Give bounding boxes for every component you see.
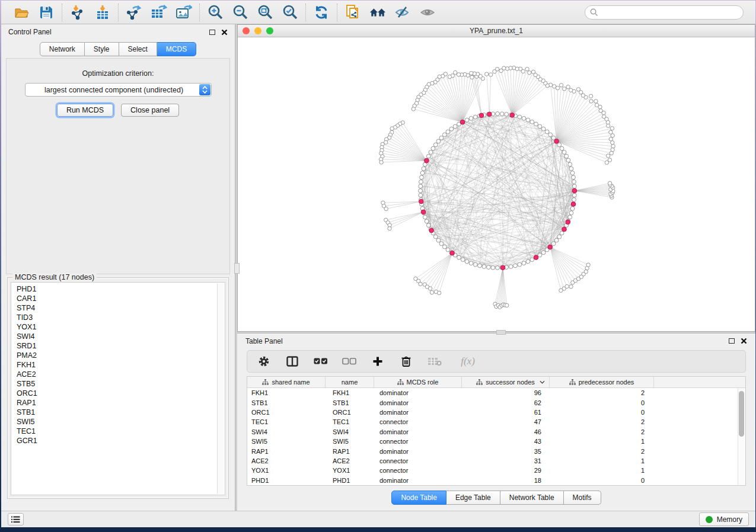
mcds-result-item[interactable]: SWI4 [17,332,225,341]
mcds-result-item[interactable]: FKH1 [17,360,225,370]
table-row-TEC1[interactable]: TEC1TEC1connector472 [247,417,738,427]
new-network-from-selection-button[interactable] [344,4,361,21]
select-all-button[interactable] [314,354,328,368]
column-header-shared-name[interactable]: shared name [247,377,326,387]
vertical-splitter-handle[interactable] [234,263,240,274]
zoom-selected-button[interactable] [282,4,298,21]
tab-select[interactable]: Select [119,42,157,56]
zoom-in-button[interactable] [207,4,224,21]
mcds-result-item[interactable]: RAP1 [17,398,225,408]
cell: RAP1 [326,448,374,455]
mcds-result-item[interactable]: STP4 [17,303,225,313]
column-header-successor-nodes[interactable]: successor nodes [462,377,550,387]
cell: 1 [550,457,654,464]
cell: YOX1 [326,467,374,474]
zoom-out-button[interactable] [232,4,248,21]
tab-style[interactable]: Style [85,42,119,56]
table-scrollbar[interactable] [738,388,745,485]
import-table-button[interactable] [94,4,111,21]
delete-table-button[interactable] [428,354,442,368]
main-toolbar [1,1,755,24]
column-label: predecessor nodes [579,379,634,386]
tab-network-table[interactable]: Network Table [500,491,564,505]
mcds-result-item[interactable]: STB1 [17,408,225,417]
tab-node-table[interactable]: Node Table [391,491,446,505]
hide-eye-slash-icon [394,5,411,20]
column-header-name[interactable]: name [326,377,374,387]
float-panel-icon[interactable] [209,30,215,35]
show-panels-button[interactable] [8,513,24,525]
save-session-button[interactable] [38,4,55,21]
table-row-FKH1[interactable]: FKH1FKH1dominator962 [247,388,738,398]
mcds-result-item[interactable]: PHD1 [17,284,225,294]
list-icon [11,516,20,523]
export-image-button[interactable] [176,4,192,21]
table-scrollbar-thumb[interactable] [739,391,744,437]
column-header-MCDS-role[interactable]: MCDS role [374,377,462,387]
mcds-result-item[interactable]: YOX1 [17,322,225,332]
cell: connector [374,418,462,425]
column-header-predecessor-nodes[interactable]: predecessor nodes [550,377,654,387]
mcds-result-item[interactable]: CAR1 [17,294,225,303]
table-toolbar: f(x) [247,350,746,373]
mcds-result-item[interactable]: PMA2 [17,351,225,360]
network-titlebar: YPA_prune.txt_1 [238,25,755,37]
float-panel-icon[interactable] [729,338,735,344]
mcds-result-item[interactable]: SRD1 [17,341,225,351]
mcds-result-item[interactable]: GCR1 [17,436,225,446]
network-canvas[interactable] [238,37,755,331]
delete-column-button[interactable] [399,354,413,368]
node-table: shared namenameMCDS rolesuccessor nodesp… [247,376,746,486]
cell: dominator [374,477,462,484]
show-column-panel-button[interactable] [285,354,299,368]
refresh-view-button[interactable] [313,4,330,21]
list-scrollbar[interactable] [217,283,224,494]
table-settings-button[interactable] [257,354,271,368]
cell: YOX1 [247,467,326,474]
mcds-result-item[interactable]: SWI5 [17,417,225,427]
deselect-all-button[interactable] [342,354,356,368]
hide-selected-button[interactable] [394,4,411,21]
run-mcds-button[interactable]: Run MCDS [57,104,113,117]
export-table-button[interactable] [151,4,167,21]
zoom-fit-button[interactable] [257,4,273,21]
control-panel-title: Control Panel [8,28,52,36]
close-panel-icon[interactable] [741,338,747,344]
table-row-STB1[interactable]: STB1STB1dominator620 [247,398,738,407]
cell: STB1 [326,399,374,406]
close-panel-icon[interactable] [221,29,228,36]
open-file-button[interactable] [13,4,30,21]
table-row-SWI5[interactable]: SWI5SWI5connector431 [247,437,738,446]
table-row-ORC1[interactable]: ORC1ORC1dominator610 [247,408,738,417]
mcds-result-item[interactable]: ORC1 [17,389,225,398]
close-panel-button[interactable]: Close panel [121,104,179,117]
table-row-SWI4[interactable]: SWI4SWI4dominator462 [247,427,738,437]
table-row-ACE2[interactable]: ACE2ACE2connector311 [247,456,738,466]
first-neighbors-button[interactable] [369,4,386,21]
mcds-result-item[interactable]: ACE2 [17,370,225,379]
mcds-result-item[interactable]: TEC1 [17,427,225,436]
tab-mcds[interactable]: MCDS [157,42,196,56]
tab-network[interactable]: Network [40,42,85,56]
table-row-YOX1[interactable]: YOX1YOX1connector291 [247,466,738,475]
column-label: name [342,379,358,386]
tab-edge-table[interactable]: Edge Table [446,491,500,505]
mcds-result-item[interactable]: STB5 [17,379,225,389]
export-network-button[interactable] [126,4,142,21]
import-network-button[interactable] [69,4,86,21]
cell: connector [374,438,462,445]
mcds-result-item[interactable]: TID3 [17,313,225,322]
function-builder-button[interactable]: f(x) [456,354,480,368]
table-row-PHD1[interactable]: PHD1PHD1dominator180 [247,476,738,485]
network-graph[interactable] [238,37,755,331]
horizontal-splitter-handle[interactable] [496,330,506,335]
memory-button[interactable]: Memory [699,512,749,526]
search-input[interactable] [585,5,744,20]
mcds-result-list[interactable]: PHD1CAR1STP4TID3YOX1SWI4SRD1PMA2FKH1ACE2… [11,282,225,495]
table-row-RAP1[interactable]: RAP1RAP1dominator352 [247,446,738,456]
show-all-button[interactable] [419,4,436,21]
create-column-button[interactable] [371,354,385,368]
optimization-criterion-select[interactable]: largest connected component (undirected) [25,83,212,97]
memory-status-icon [706,516,713,523]
tab-motifs[interactable]: Motifs [564,491,601,505]
